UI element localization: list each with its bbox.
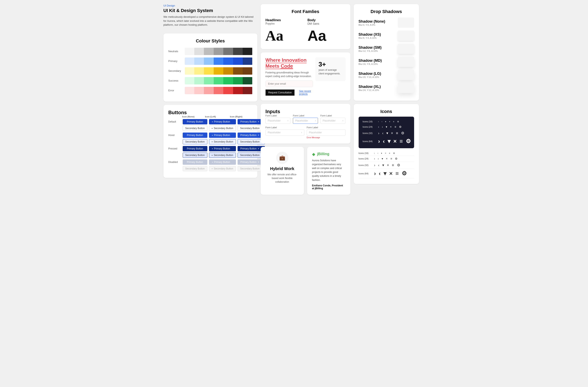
chevron-left-icon[interactable]: ‹ — [382, 125, 383, 128]
input-field-4[interactable]: Placeholder › — [266, 130, 304, 135]
close-icon: × — [258, 134, 259, 137]
swatch — [194, 77, 204, 84]
testimonial-body: Aurora Solutions have organized themselv… — [312, 159, 346, 182]
close-icon[interactable]: × — [386, 157, 388, 160]
settings-icon[interactable]: ⚙ — [393, 152, 395, 154]
colour-label-error: Error — [168, 89, 185, 92]
close-icon: × — [258, 120, 259, 123]
chevron-down-icon[interactable]: ▾ — [388, 138, 390, 145]
primary-button-hover-left[interactable]: ▪ Primary Button — [209, 133, 236, 138]
chevron-right-icon[interactable]: › — [378, 125, 379, 128]
shadow-lg-info: Shadow (LG) Blur:20, Y:10, A:10% — [358, 72, 381, 78]
menu-icon[interactable]: ≡ — [392, 163, 394, 167]
shadow-md-detail: Blur:16, Y:8, A:10% — [358, 63, 382, 65]
menu-icon[interactable]: ≡ — [389, 152, 390, 154]
secondary-button-pressed-none[interactable]: Secondary Button — [183, 153, 207, 158]
menu-icon[interactable]: ≡ — [396, 131, 398, 135]
settings-icon[interactable]: ⚙ — [402, 170, 407, 177]
shadow-none-row: Shadow (None) Blur:0, Y:0, A:0% — [358, 18, 414, 28]
chevron-down-icon[interactable]: ▾ — [385, 120, 386, 123]
swatch — [223, 58, 233, 65]
chevron-right-icon[interactable]: › — [374, 157, 375, 160]
input-field-1[interactable]: Placeholder › — [266, 118, 291, 124]
shadow-none-detail: Blur:0, Y:0, A:0% — [358, 24, 385, 26]
chevron-left-icon[interactable]: ‹ — [382, 120, 382, 123]
close-icon[interactable]: × — [389, 120, 390, 123]
secondary-button-default-none[interactable]: Secondary Button — [183, 126, 207, 131]
secondary-button-hover-none[interactable]: Secondary Button — [183, 139, 207, 144]
input-field-2[interactable]: Placeholder › — [293, 118, 318, 124]
chevron-left-icon[interactable]: ‹ — [378, 157, 379, 160]
input-field-3[interactable]: Placeholder › — [320, 118, 346, 124]
input-group-1: Form Label Placeholder › — [266, 114, 291, 124]
chevron-right-icon[interactable]: › — [374, 163, 375, 167]
chevron-down-icon[interactable]: ▾ — [382, 157, 383, 160]
hero-email-input[interactable] — [266, 81, 313, 87]
settings-icon[interactable]: ⚙ — [397, 163, 400, 167]
secondary-button-default-left[interactable]: ▪ Secondary Button — [209, 126, 236, 131]
hybrid-icon: 💼 — [276, 152, 288, 164]
input-group-2: Form Label Placeholder › — [293, 114, 318, 124]
chevron-left-icon[interactable]: ‹ — [378, 152, 378, 154]
shadow-xl-label: Shadow (XL) — [358, 85, 381, 89]
hero-cta-button[interactable]: Request Consultation — [266, 90, 295, 96]
icon-row-dark-32: Icons (32) › ‹ ▾ × ≡ ⚙ — [361, 130, 412, 137]
swatch — [233, 87, 243, 94]
icons-title: Icons — [358, 109, 414, 114]
chevron-icon-3: › — [342, 119, 343, 122]
close-icon: × — [258, 147, 259, 150]
chevron-down-icon[interactable]: ▾ — [386, 125, 387, 128]
shadow-md-label: Shadow (MD) — [358, 58, 382, 63]
chevron-right-icon[interactable]: › — [374, 170, 376, 177]
chevron-down-icon[interactable]: ▾ — [381, 152, 382, 154]
success-swatches — [185, 77, 252, 84]
chevron-right-icon[interactable]: › — [374, 152, 375, 154]
btn-col-left-disabled: ▪ Primary Button ▪ Secondary Button — [209, 159, 236, 171]
chevron-left-icon[interactable]: ‹ — [379, 170, 381, 177]
settings-icon[interactable]: ⚙ — [397, 120, 399, 123]
menu-icon[interactable]: ≡ — [395, 125, 396, 128]
swatch — [214, 58, 223, 65]
menu-icon[interactable]: ≡ — [390, 157, 392, 160]
swatch — [243, 67, 252, 75]
chevron-right-icon[interactable]: › — [378, 138, 380, 145]
chevron-right-icon[interactable]: › — [378, 120, 379, 123]
close-icon[interactable]: × — [391, 131, 393, 135]
shadow-sm-detail: Blur:12, Y:6, A:10% — [358, 50, 382, 52]
chevron-right-icon[interactable]: › — [378, 131, 379, 135]
input-placeholder-2: Placeholder — [295, 119, 308, 122]
swatch — [243, 48, 252, 55]
chevron-down-icon[interactable]: ▾ — [382, 163, 384, 167]
secondary-button-pressed-left[interactable]: ▪ Secondary Button — [209, 153, 236, 158]
primary-button-hover-none[interactable]: Primary Button — [183, 133, 207, 138]
close-icon[interactable]: × — [393, 138, 397, 145]
primary-button-pressed-left[interactable]: ▪ Primary Button — [209, 146, 236, 151]
col-header-icon-left: Icon (Left) — [205, 116, 228, 118]
menu-icon[interactable]: ≡ — [396, 170, 399, 177]
settings-icon[interactable]: ⚙ — [406, 138, 411, 145]
chevron-down-icon[interactable]: ▾ — [383, 170, 386, 177]
chevron-left-icon[interactable]: ‹ — [378, 163, 379, 167]
input-field-5[interactable]: Placeholder — [307, 130, 346, 135]
close-icon[interactable]: × — [387, 163, 389, 167]
close-icon[interactable]: × — [390, 125, 392, 128]
close-icon[interactable]: × — [389, 170, 393, 177]
primary-button-pressed-none[interactable]: Primary Button — [183, 146, 207, 151]
close-icon[interactable]: × — [385, 152, 386, 154]
btn-pressed-row: Pressed Primary Button Secondary Button … — [168, 146, 252, 158]
settings-icon[interactable]: ⚙ — [399, 125, 402, 128]
chevron-left-icon[interactable]: ‹ — [382, 131, 383, 135]
secondary-button-hover-left[interactable]: ▪ Secondary Button — [209, 139, 236, 144]
menu-icon[interactable]: ≡ — [400, 138, 403, 145]
chevron-down-icon[interactable]: ▾ — [386, 131, 388, 135]
primary-button-default-left[interactable]: ▪ Primary Button — [209, 119, 236, 124]
shadow-none-preview — [398, 18, 414, 28]
hero-recent-link[interactable]: See recent projects — [299, 90, 313, 96]
menu-icon[interactable]: ≡ — [393, 120, 394, 123]
settings-icon[interactable]: ⚙ — [401, 131, 404, 135]
chevron-left-icon[interactable]: ‹ — [383, 138, 385, 145]
primary-button-default-none[interactable]: Primary Button — [183, 119, 207, 124]
settings-icon[interactable]: ⚙ — [395, 157, 398, 160]
colour-row-error: Error — [168, 87, 252, 94]
icons-card: Icons Icons (16) › ‹ ▾ × ≡ ⚙ Icons (24) — [354, 104, 419, 184]
